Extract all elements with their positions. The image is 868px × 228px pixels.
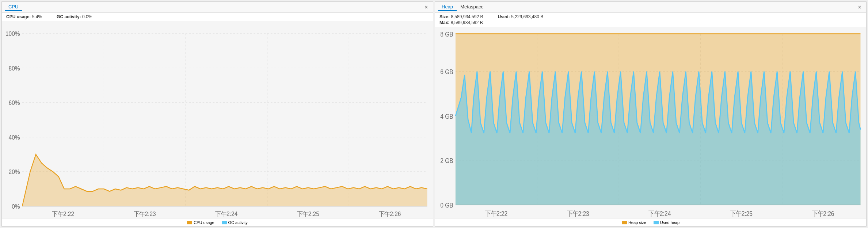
svg-text:0 GB: 0 GB (440, 201, 453, 209)
svg-text:下午2:23: 下午2:23 (567, 209, 589, 217)
cpu-usage-legend-item: CPU usage (187, 220, 214, 225)
svg-text:下午2:26: 下午2:26 (379, 210, 401, 217)
cpu-panel: CPU × CPU usage: 5.4% GC activity: 0.0% … (1, 1, 433, 227)
svg-text:下午2:24: 下午2:24 (215, 210, 237, 217)
heap-close-button[interactable]: × (856, 4, 863, 11)
svg-text:下午2:23: 下午2:23 (134, 210, 156, 217)
heap-title-area: Heap Metaspace (438, 3, 487, 11)
gc-activity-value: 0.0% (82, 14, 92, 19)
cpu-chart-svg: 100% 80% 60% 40% 20% 0% 下午2:22 (2, 21, 433, 218)
metaspace-tab[interactable]: Metaspace (457, 3, 487, 11)
heap-used-stat: Used: 5,229,693,480 B (498, 14, 543, 19)
heap-chart-area: 8 GB 6 GB 4 GB 2 GB 0 GB (435, 27, 866, 218)
svg-text:下午2:26: 下午2:26 (812, 209, 834, 217)
svg-text:6 GB: 6 GB (440, 68, 453, 76)
svg-text:下午2:24: 下午2:24 (648, 209, 671, 217)
cpu-tab[interactable]: CPU (5, 3, 22, 11)
heap-size-legend-item: Heap size (622, 220, 646, 225)
heap-chart-svg: 8 GB 6 GB 4 GB 2 GB 0 GB (435, 27, 866, 218)
svg-text:下午2:22: 下午2:22 (485, 209, 507, 217)
used-heap-legend-label: Used heap (660, 220, 679, 225)
cpu-usage-legend-color (187, 221, 192, 224)
heap-panel-header: Heap Metaspace × (435, 2, 866, 13)
cpu-chart-area: 100% 80% 60% 40% 20% 0% 下午2:22 (2, 21, 433, 218)
heap-size-legend-label: Heap size (628, 220, 646, 225)
heap-stats-row: Size: 8,589,934,592 B Used: 5,229,693,48… (435, 13, 866, 27)
heap-panel: Heap Metaspace × Size: 8,589,934,592 B U… (435, 1, 867, 227)
cpu-usage-label: CPU usage: (6, 14, 31, 19)
cpu-panel-header: CPU × (2, 2, 433, 13)
svg-text:4 GB: 4 GB (440, 112, 453, 120)
heap-size-label: Size: (439, 14, 450, 19)
svg-text:100%: 100% (5, 30, 20, 37)
svg-text:60%: 60% (9, 99, 20, 106)
heap-max-label: Max: (439, 20, 449, 25)
cpu-usage-legend-label: CPU usage (194, 220, 214, 225)
cpu-usage-value: 5.4% (32, 14, 42, 19)
cpu-title-area: CPU (5, 3, 22, 11)
svg-text:80%: 80% (9, 65, 20, 72)
svg-text:2 GB: 2 GB (440, 157, 453, 165)
svg-text:下午2:25: 下午2:25 (297, 210, 319, 217)
gc-activity-stat: GC activity: 0.0% (57, 14, 92, 19)
main-container: CPU × CPU usage: 5.4% GC activity: 0.0% … (0, 0, 868, 228)
used-heap-legend-item: Used heap (654, 220, 679, 225)
heap-size-value: 8,589,934,592 B (451, 14, 483, 19)
svg-text:下午2:25: 下午2:25 (730, 209, 753, 217)
cpu-legend: CPU usage GC activity (2, 218, 433, 226)
svg-text:8 GB: 8 GB (440, 30, 453, 38)
heap-size-legend-color (622, 221, 627, 224)
gc-activity-legend-color (222, 221, 227, 224)
heap-legend: Heap size Used heap (435, 218, 866, 226)
cpu-usage-stat: CPU usage: 5.4% (6, 14, 42, 19)
gc-activity-legend-item: GC activity (222, 220, 248, 225)
heap-used-value: 5,229,693,480 B (511, 14, 543, 19)
gc-activity-legend-label: GC activity (228, 220, 248, 225)
svg-text:下午2:22: 下午2:22 (52, 210, 74, 217)
used-heap-legend-color (654, 221, 659, 224)
heap-size-stat: Size: 8,589,934,592 B (439, 14, 483, 19)
heap-max-stat: Max: 8,589,934,592 B (439, 20, 862, 25)
heap-used-label: Used: (498, 14, 510, 19)
cpu-close-button[interactable]: × (423, 4, 430, 11)
svg-text:0%: 0% (12, 203, 20, 210)
gc-activity-label: GC activity: (57, 14, 81, 19)
heap-tab[interactable]: Heap (438, 3, 457, 11)
svg-text:40%: 40% (9, 134, 20, 141)
heap-max-value: 8,589,934,592 B (451, 20, 483, 25)
svg-text:20%: 20% (9, 168, 20, 175)
cpu-stats-row: CPU usage: 5.4% GC activity: 0.0% (2, 13, 433, 21)
